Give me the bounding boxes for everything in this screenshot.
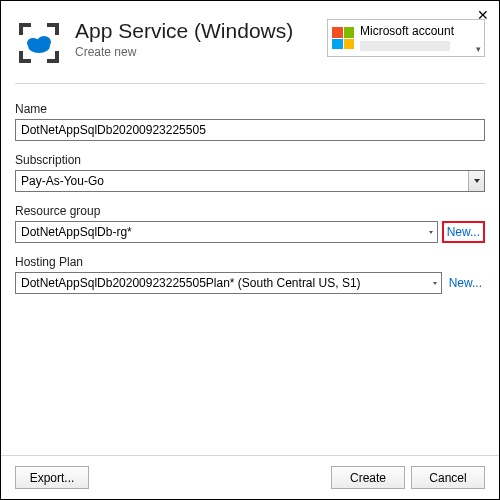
chevron-down-icon[interactable] (468, 171, 484, 191)
resource-group-dropdown[interactable]: DotNetAppSqlDb-rg* (15, 221, 438, 243)
resource-group-value: DotNetAppSqlDb-rg* (16, 225, 426, 239)
resource-group-new-link[interactable]: New... (442, 221, 485, 243)
hosting-plan-label: Hosting Plan (15, 255, 485, 269)
name-label: Name (15, 102, 485, 116)
microsoft-logo-icon (332, 27, 354, 49)
account-label: Microsoft account (360, 25, 454, 38)
hosting-plan-dropdown[interactable]: DotNetAppSqlDb20200923225505Plan* (South… (15, 272, 442, 294)
svg-point-2 (37, 36, 51, 48)
chevron-down-icon[interactable] (426, 222, 437, 242)
dialog-header: App Service (Windows) Create new Microso… (1, 1, 499, 77)
dialog-title: App Service (Windows) (75, 19, 327, 43)
account-email-redacted (360, 41, 450, 51)
subscription-label: Subscription (15, 153, 485, 167)
chevron-down-icon[interactable] (430, 273, 441, 293)
hosting-plan-value: DotNetAppSqlDb20200923225505Plan* (South… (16, 276, 430, 290)
subscription-value: Pay-As-You-Go (16, 174, 468, 188)
app-service-icon (15, 19, 63, 67)
account-selector[interactable]: Microsoft account ▾ (327, 19, 485, 57)
hosting-plan-new-link[interactable]: New... (446, 274, 485, 292)
dialog-subtitle: Create new (75, 45, 327, 59)
name-input[interactable] (15, 119, 485, 141)
resource-group-label: Resource group (15, 204, 485, 218)
cancel-button[interactable]: Cancel (411, 466, 485, 489)
subscription-dropdown[interactable]: Pay-As-You-Go (15, 170, 485, 192)
form-body: Name Subscription Pay-As-You-Go Resource… (1, 84, 499, 294)
create-button[interactable]: Create (331, 466, 405, 489)
dialog-footer: Export... Create Cancel (1, 455, 499, 499)
chevron-down-icon: ▾ (476, 44, 481, 54)
export-button[interactable]: Export... (15, 466, 89, 489)
